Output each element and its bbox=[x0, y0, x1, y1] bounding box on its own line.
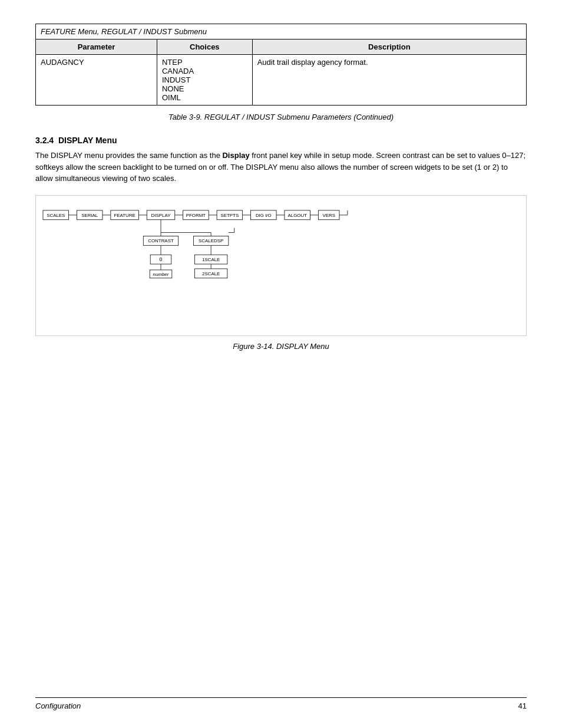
svg-text:SCALEDSP: SCALEDSP bbox=[199, 238, 223, 243]
table-row-parameter: AUDAGNCY bbox=[36, 55, 157, 106]
table-row-choices: NTEP CANADA INDUST NONE OIML bbox=[157, 55, 252, 106]
table-row-description: Audit trail display agency format. bbox=[252, 55, 526, 106]
bold-display: Display bbox=[222, 151, 249, 160]
svg-text:SERIAL: SERIAL bbox=[81, 212, 98, 218]
col-header-description: Description bbox=[252, 39, 526, 55]
svg-text:SETPTS: SETPTS bbox=[220, 212, 239, 218]
feature-table: FEATURE Menu, REGULAT / INDUST Submenu P… bbox=[35, 24, 527, 106]
svg-text:VERS: VERS bbox=[322, 212, 335, 218]
figure-caption: Figure 3-14. DISPLAY Menu bbox=[35, 342, 527, 351]
svg-text:CONTRAST: CONTRAST bbox=[148, 238, 174, 243]
table-caption: Table 3-9. REGULAT / INDUST Submenu Para… bbox=[35, 113, 527, 121]
menu-diagram: SCALES SERIAL FEATURE DISPLAY PFORMT SET… bbox=[35, 195, 527, 336]
page-footer: Configuration 41 bbox=[35, 697, 527, 710]
section-number: 3.2.4 bbox=[35, 136, 54, 145]
svg-text:2SCALE: 2SCALE bbox=[202, 271, 220, 276]
svg-text:DISPLAY: DISPLAY bbox=[151, 212, 171, 218]
svg-text:PFORMT: PFORMT bbox=[186, 212, 206, 218]
col-header-parameter: Parameter bbox=[36, 39, 157, 55]
body-text: The DISPLAY menu provides the same funct… bbox=[35, 150, 527, 185]
svg-text:FEATURE: FEATURE bbox=[114, 212, 135, 218]
svg-text:DIG I/O: DIG I/O bbox=[256, 212, 272, 218]
svg-text:1SCALE: 1SCALE bbox=[202, 257, 220, 262]
section-heading: 3.2.4 DISPLAY Menu bbox=[35, 136, 527, 145]
footer-section: Configuration bbox=[35, 701, 518, 710]
diagram-svg: SCALES SERIAL FEATURE DISPLAY PFORMT SET… bbox=[42, 205, 520, 323]
svg-text:ALGOUT: ALGOUT bbox=[287, 212, 307, 218]
col-header-choices: Choices bbox=[157, 39, 252, 55]
svg-text:number: number bbox=[153, 271, 169, 276]
table-title: FEATURE Menu, REGULAT / INDUST Submenu bbox=[36, 24, 527, 39]
footer-page: 41 bbox=[518, 701, 527, 710]
svg-text:SCALES: SCALES bbox=[47, 212, 65, 218]
svg-text:0: 0 bbox=[160, 256, 163, 262]
section-title: DISPLAY Menu bbox=[58, 136, 117, 145]
